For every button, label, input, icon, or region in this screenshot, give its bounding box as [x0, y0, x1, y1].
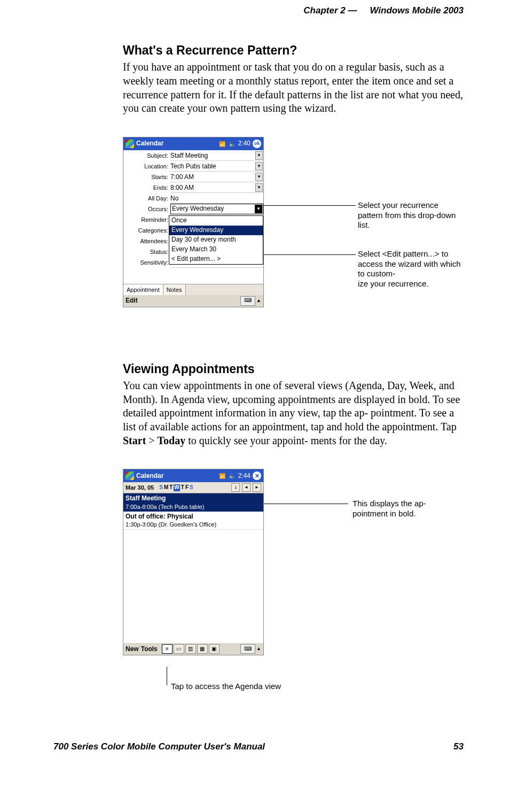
field-location[interactable]: Tech Pubs table	[170, 161, 263, 172]
occurs-option-every-wed[interactable]: Every Wednesday	[169, 226, 263, 235]
dropdown-arrow-icon[interactable]	[255, 205, 262, 213]
connectivity-icon[interactable]	[219, 140, 226, 148]
appt1-sub: 7:00a-8:00a (Tech Pubs table)	[126, 503, 261, 511]
occurs-option-once[interactable]: Once	[169, 216, 263, 226]
occurs-dropdown[interactable]: Once Every Wednesday Day 30 of every mon…	[169, 215, 263, 265]
app-title-2: Calendar	[136, 472, 217, 480]
date-bar: Mar 30, 05 S M T W T F S ⤓ ◄	[123, 482, 263, 493]
day-t[interactable]: T	[169, 484, 173, 491]
para-viewing-suffix: to quickly see your appoint- ments for t…	[185, 435, 387, 446]
menu-new[interactable]: New	[126, 645, 139, 653]
field-ends[interactable]: 8:00 AM	[170, 182, 263, 193]
field-starts[interactable]: 7:00 AM	[170, 172, 263, 182]
day-s2[interactable]: S	[190, 484, 193, 491]
start-icon[interactable]	[126, 140, 134, 148]
connectivity-icon[interactable]	[219, 472, 226, 480]
view-day-icon[interactable]: ▭	[174, 644, 184, 654]
sip-keyboard-icon[interactable]	[240, 296, 255, 306]
tab-bar: Appointment Notes	[123, 284, 263, 295]
leader-line-2	[258, 254, 356, 255]
field-occurs[interactable]: Every Wednesday	[170, 204, 263, 214]
label-starts: Starts:	[123, 172, 170, 182]
appt2-sub: 1:30p-3:00p (Dr. Goedken's Office)	[126, 521, 261, 528]
label-attendees: Attendees:	[123, 236, 170, 246]
text-start: Start	[123, 435, 146, 446]
field-subject[interactable]: Staff Meeting	[170, 150, 263, 161]
leader-line-1	[255, 205, 356, 206]
value-starts: 7:00 AM	[170, 173, 194, 181]
day-f[interactable]: F	[185, 484, 189, 491]
field-allday[interactable]: No	[170, 193, 263, 204]
callout-dropdown: Select your recurrence pattern from this…	[358, 200, 465, 230]
tab-notes[interactable]: Notes	[163, 284, 186, 295]
label-location: Location:	[123, 161, 170, 172]
dropdown-arrow-icon[interactable]	[255, 173, 263, 181]
callout-bold-appt: This displays the ap- pointment in bold.	[352, 499, 459, 519]
agenda-list: Staff Meeting 7:00a-8:00a (Tech Pubs tab…	[123, 493, 263, 643]
footer-manual: 700 Series Color Mobile Computer User's …	[53, 741, 265, 752]
dropdown-arrow-icon[interactable]	[255, 162, 263, 171]
value-allday: No	[170, 195, 178, 203]
start-icon[interactable]	[126, 471, 134, 480]
para-recurrence: If you have an appointment or task that …	[123, 60, 464, 115]
menu-bar: Edit ▲	[123, 295, 263, 307]
appt1-title: Staff Meeting	[126, 494, 166, 502]
callout-agenda-view: Tap to access the Agenda view	[171, 682, 331, 692]
close-button[interactable]: ✕	[253, 471, 261, 480]
label-status: Status:	[123, 246, 170, 257]
dropdown-arrow-icon[interactable]	[255, 183, 263, 192]
label-occurs: Occurs:	[123, 204, 170, 214]
speaker-icon[interactable]	[229, 140, 236, 148]
menu-tools[interactable]: Tools	[141, 645, 158, 653]
tab-appointment[interactable]: Appointment	[123, 284, 163, 295]
value-subject: Staff Meeting	[170, 152, 208, 160]
occurs-option-day30[interactable]: Day 30 of every month	[169, 235, 263, 245]
leader-line-3	[263, 504, 348, 504]
occurs-option-mar30[interactable]: Every March 30	[169, 245, 263, 254]
label-sensitivity: Sensitivity:	[123, 257, 170, 268]
value-occurs: Every Wednesday	[172, 205, 224, 213]
app-title: Calendar	[136, 140, 217, 148]
para-viewing-prefix: You can view appointments in one of seve…	[123, 380, 460, 432]
footer-page: 53	[453, 741, 464, 752]
appointment-physical[interactable]: Out of office: Physical 1:30p-3:00p (Dr.…	[123, 512, 263, 530]
clock: 2:40	[238, 140, 250, 148]
heading-recurrence: What's a Recurrence Pattern?	[123, 43, 464, 58]
device-screenshot-1: Calendar 2:40 ok Subject: Staff Meeting	[123, 137, 264, 307]
weekday-letters[interactable]: S M T W T F S	[159, 484, 193, 491]
header-book: Windows Mobile 2003	[370, 5, 464, 16]
date-label: Mar 30, 05	[126, 484, 154, 491]
label-reminder: Reminder:	[123, 214, 170, 225]
sip-caret-icon[interactable]: ▲	[256, 646, 261, 652]
view-month-icon[interactable]: ▦	[197, 644, 208, 654]
leader-line-4	[167, 667, 167, 685]
day-s[interactable]: S	[159, 484, 163, 491]
label-subject: Subject:	[123, 150, 170, 161]
sip-keyboard-icon[interactable]	[240, 644, 255, 654]
menu-bar-2: New Tools ≡ ▭ ▥ ▦ ▣ ▲	[123, 643, 263, 655]
text-today: Today	[158, 435, 186, 446]
view-week-icon[interactable]: ▥	[185, 644, 196, 654]
day-t2[interactable]: T	[181, 484, 184, 491]
appointment-staff-meeting[interactable]: Staff Meeting 7:00a-8:00a (Tech Pubs tab…	[123, 493, 263, 511]
label-categories: Categories:	[123, 225, 170, 236]
view-year-icon[interactable]: ▣	[209, 644, 220, 654]
day-m[interactable]: M	[164, 484, 168, 491]
today-button[interactable]: ⤓	[231, 483, 240, 492]
value-location: Tech Pubs table	[170, 163, 216, 171]
speaker-icon[interactable]	[229, 472, 236, 480]
day-w[interactable]: W	[174, 484, 179, 491]
sip-caret-icon[interactable]: ▲	[256, 298, 261, 304]
dropdown-arrow-icon[interactable]	[255, 151, 263, 160]
next-day-button[interactable]: ►	[253, 483, 261, 492]
prev-day-button[interactable]: ◄	[242, 483, 250, 492]
occurs-option-editpattern[interactable]: < Edit pattern... >	[169, 254, 263, 264]
titlebar: Calendar 2:40 ok	[123, 137, 263, 150]
callout-editpattern: Select <Edit pattern...> to access the w…	[358, 249, 465, 289]
ok-button[interactable]: ok	[253, 140, 261, 148]
appt2-title: Out of office: Physical	[126, 513, 193, 520]
menu-edit[interactable]: Edit	[126, 297, 138, 305]
view-agenda-icon[interactable]: ≡	[162, 644, 173, 654]
device-screenshot-2: Calendar 2:44 ✕ Mar 30, 05 S M T W	[123, 469, 264, 655]
clock-2: 2:44	[238, 472, 250, 480]
